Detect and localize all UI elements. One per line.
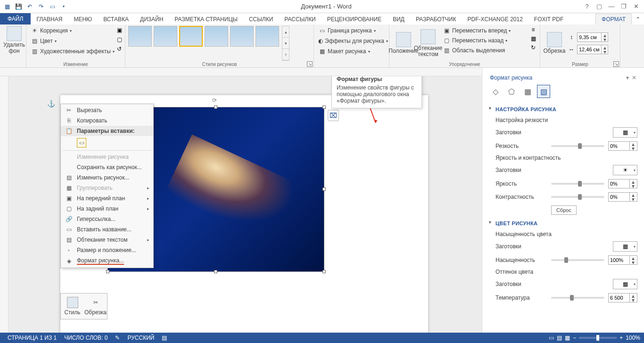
ctx-insert-caption[interactable]: ▭Вставить название... [61,224,153,235]
section-picture-corrections[interactable]: НАСТРОЙКА РИСУНКА [489,103,637,115]
sharpness-input[interactable]: ▴▾ [608,141,637,151]
bc-presets-combo[interactable]: ☀ [613,165,637,175]
art-effects-button[interactable]: ▥Художественные эффекты▾ [29,47,122,56]
reset-button[interactable]: Сброс [551,205,577,215]
ctx-cut[interactable]: ✂Вырезать [61,105,153,115]
styles-dialog-launcher[interactable]: ↘ [307,61,313,67]
ctx-paste-option[interactable]: ▭ [61,136,153,149]
tab-design[interactable]: ДИЗАЙН [134,14,169,24]
resize-handle[interactable] [214,106,217,109]
tab-view[interactable]: ВИД [387,14,410,24]
style-item[interactable] [256,26,279,47]
width-input[interactable]: ▴▾ [577,45,608,54]
undo-icon[interactable]: ↶ [25,1,35,12]
fill-line-icon[interactable]: ◇ [489,85,502,98]
ctx-size-position[interactable]: ▫Размер и положение... [61,245,153,255]
tab-review[interactable]: РЕЦЕНЗИРОВАНИЕ [322,14,387,24]
ctx-edit-picture[interactable]: ▤Изменить рисунок... [61,172,153,183]
ctx-bring-to-front[interactable]: ▣На передний план▸ [61,193,153,204]
saturation-input[interactable]: ▴▾ [608,255,637,265]
effects-tab-icon[interactable]: ⬠ [505,85,518,98]
view-read-icon[interactable]: ▭ [549,335,554,341]
reset-pic-icon[interactable]: ↺ [116,45,123,53]
tab-insert[interactable]: ВСТАВКА [98,14,134,24]
color-button[interactable]: ▤Цвет▾ [29,36,122,46]
temperature-slider[interactable] [551,297,604,299]
style-item[interactable] [179,26,203,47]
group-icon[interactable]: ▦ [529,35,537,42]
new-icon[interactable]: ▭ [47,1,58,12]
section-picture-color[interactable]: ЦВЕТ РИСУНКА [489,217,637,229]
picture-effects-button[interactable]: ◐Эффекты для рисунка▾ [317,36,386,46]
ctx-wrap-text[interactable]: ▤Обтекание текстом▸ [61,235,153,245]
tab-format[interactable]: ФОРМАТ [595,14,632,24]
picture-tab-icon[interactable]: ▧ [537,85,550,98]
style-item[interactable] [154,26,177,47]
qat-more-icon[interactable]: ▾ [58,1,69,12]
rotate-icon[interactable]: ↻ [529,44,537,51]
picture-layout-button[interactable]: ▦Макет рисунка▾ [317,47,386,56]
resize-handle[interactable] [106,270,109,273]
sharpness-slider[interactable] [551,145,604,147]
ribbon-collapse-icon[interactable]: ⌃ [632,14,644,24]
brightness-input[interactable]: ▴▾ [608,179,637,188]
tab-file[interactable]: ФАЙЛ [0,13,31,24]
style-item[interactable] [230,26,254,47]
zoom-in-icon[interactable]: + [619,335,623,341]
temperature-input[interactable]: ▴▾ [608,293,637,302]
bring-forward-button[interactable]: ▣Переместить вперед▾ [441,26,528,35]
ctx-hyperlink[interactable]: 🔗Гиперссылка... [61,214,153,224]
contrast-slider[interactable] [551,196,604,198]
selection-pane-button[interactable]: ▥Область выделения [441,46,528,55]
picture-styles-gallery[interactable] [128,26,279,61]
saturation-slider[interactable] [551,259,604,261]
contrast-input[interactable]: ▴▾ [608,192,637,202]
mini-style-button[interactable]: Стиль [61,294,84,319]
style-item[interactable] [128,26,152,47]
resize-handle[interactable] [214,270,217,273]
view-web-icon[interactable]: ▦ [565,335,570,341]
rotate-handle[interactable]: ⟳ [212,97,220,105]
align-icon[interactable]: ≡ [529,26,537,33]
ctx-copy[interactable]: ⎘Копировать [61,115,153,126]
picture-border-button[interactable]: ▭Граница рисунка▾ [317,26,386,35]
change-pic-icon[interactable]: ▢ [116,36,123,43]
ruler-vertical[interactable] [0,76,8,333]
help-icon[interactable]: ? [582,1,592,12]
tab-menu[interactable]: Меню [68,14,98,24]
tab-foxit[interactable]: Foxit PDF [528,14,569,24]
wrap-text-button[interactable]: Обтекание текстом [417,26,439,61]
panel-menu-icon[interactable]: ▾ [626,74,629,81]
minimize-icon[interactable]: — [606,1,617,12]
resize-handle[interactable] [322,270,326,273]
ctx-send-to-back[interactable]: ▢На задний план▸ [61,204,153,214]
zoom-level[interactable]: 100% [626,335,640,341]
corrections-button[interactable]: ☀Коррекция▾ [29,26,122,35]
mini-crop-button[interactable]: ✂Обрезка [84,294,107,319]
view-print-icon[interactable]: ▤ [557,335,562,341]
ctx-save-as-picture[interactable]: Сохранить как рисунок... [61,162,153,172]
zoom-out-icon[interactable]: − [573,335,576,341]
brightness-slider[interactable] [551,183,604,185]
status-macro-icon[interactable]: ▤ [158,335,171,341]
compress-icon[interactable]: ▣ [116,26,123,34]
sharpen-presets-combo[interactable]: ▦ [613,127,637,138]
layout-tab-icon[interactable]: ▦ [521,85,534,98]
tab-pdfx[interactable]: PDF-XChange 2012 [462,14,528,24]
send-backward-button[interactable]: ▢Переместить назад▾ [441,36,528,45]
panel-close-icon[interactable]: ✕ [632,74,636,81]
ribbon-options-icon[interactable]: ▢ [594,1,604,12]
crop-button[interactable]: Обрезка [543,26,566,61]
ctx-format-picture[interactable]: ◈Формат рисунка... [61,255,153,267]
style-item[interactable] [205,26,228,47]
status-page[interactable]: СТРАНИЦА 1 ИЗ 1 [4,335,60,341]
restore-icon[interactable]: ❐ [619,1,629,12]
resize-handle[interactable] [322,106,326,109]
position-button[interactable]: Положение [392,26,415,61]
zoom-slider[interactable] [579,337,617,339]
tab-mailings[interactable]: РАССЫЛКИ [279,14,321,24]
tab-home[interactable]: ГЛАВНАЯ [31,14,68,24]
remove-bg-button[interactable]: Удалить фон [3,26,25,54]
status-language[interactable]: РУССКИЙ [124,335,158,341]
sat-presets-combo[interactable]: ▦ [613,241,637,252]
